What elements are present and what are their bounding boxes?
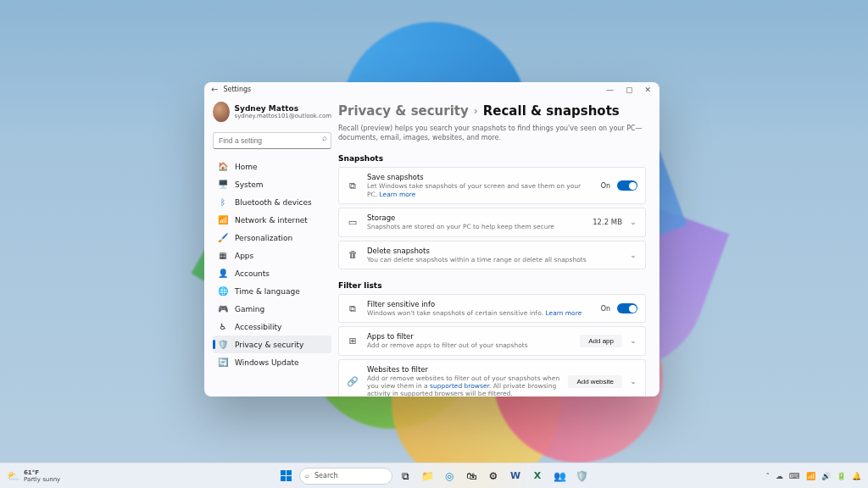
add-app-button[interactable]: Add app — [580, 335, 622, 347]
sidebar-item-home[interactable]: 🏠Home — [213, 158, 331, 175]
toggle-label: On — [601, 182, 610, 190]
section-heading-snapshots: Snapshots — [338, 154, 646, 163]
sidebar-item-privacy-security[interactable]: 🛡️Privacy & security — [213, 336, 331, 353]
add-website-button[interactable]: Add website — [568, 375, 622, 388]
card-subtitle: You can delete snapshots within a time r… — [367, 256, 620, 263]
security-icon[interactable]: 🛡️ — [572, 467, 591, 485]
onedrive-icon[interactable]: ☁ — [776, 472, 783, 480]
personalization-icon: 🖌️ — [218, 233, 228, 242]
app-title: Settings — [223, 86, 251, 93]
tray-chevron-icon[interactable]: ˄ — [766, 472, 771, 480]
sidebar-item-gaming[interactable]: 🎮Gaming — [213, 300, 331, 318]
avatar — [213, 102, 230, 122]
chevron-right-icon: › — [474, 105, 478, 117]
card-save-snapshots[interactable]: ⧉ Save snapshots Let Windows take snapsh… — [338, 167, 646, 204]
excel-icon[interactable]: X — [528, 467, 547, 485]
volume-icon[interactable]: 🔊 — [821, 472, 831, 480]
minimize-button[interactable]: — — [606, 86, 614, 94]
card-delete-snapshots[interactable]: 🗑 Delete snapshots You can delete snapsh… — [338, 241, 646, 269]
privacy-security-icon: 🛡️ — [218, 340, 228, 349]
word-icon[interactable]: W — [506, 467, 525, 485]
search-input[interactable] — [213, 132, 331, 149]
card-title: Apps to filter — [367, 332, 571, 341]
search-icon: ⌕ — [305, 472, 309, 480]
taskbar-search[interactable]: ⌕ Search — [299, 468, 392, 485]
gaming-icon: 🎮 — [218, 304, 228, 313]
card-title: Delete snapshots — [367, 247, 620, 255]
sidebar-item-apps[interactable]: ▦Apps — [213, 247, 331, 264]
user-email: sydney.mattos101@outlook.com — [235, 113, 331, 119]
filter-sensitive-toggle[interactable] — [617, 303, 637, 313]
apps-icon: ⊞ — [347, 336, 359, 347]
accessibility-icon: ♿ — [218, 322, 228, 331]
content-area: Privacy & security › Recall & snapshots … — [338, 97, 659, 396]
wifi-icon[interactable]: 📶 — [806, 472, 815, 480]
link-icon: 🔗 — [347, 376, 359, 387]
storage-value: 12.2 MB — [593, 218, 622, 226]
learn-more-link[interactable]: Learn more — [380, 191, 416, 198]
language-icon[interactable]: ⌨ — [789, 472, 800, 480]
card-title: Save snapshots — [367, 173, 593, 181]
sidebar-item-label: Accessibility — [235, 323, 281, 331]
card-subtitle: Let Windows take snapshots of your scree… — [367, 182, 593, 198]
sidebar-item-accounts[interactable]: 👤Accounts — [213, 264, 331, 282]
system-tray[interactable]: ˄ ☁ ⌨ 📶 🔊 🔋 🔔 — [766, 472, 862, 480]
sidebar-item-label: Privacy & security — [235, 341, 303, 349]
save-snapshots-toggle[interactable] — [617, 180, 637, 191]
sidebar-item-label: Accounts — [235, 269, 270, 278]
card-filter-sensitive[interactable]: ⧉ Filter sensitive info Windows won't ta… — [338, 294, 646, 323]
card-subtitle: Add or remove apps to filter out of your… — [367, 341, 571, 349]
sidebar-item-windows-update[interactable]: 🔄Windows Update — [213, 353, 331, 371]
sidebar-item-label: Apps — [235, 252, 253, 260]
card-title: Storage — [367, 214, 584, 222]
weather-temp: 61°F — [24, 469, 60, 476]
sidebar-item-label: Bluetooth & devices — [235, 198, 312, 207]
sidebar-item-label: Gaming — [235, 305, 264, 313]
sidebar-item-accessibility[interactable]: ♿Accessibility — [213, 318, 331, 336]
notifications-icon[interactable]: 🔔 — [852, 472, 861, 480]
start-button[interactable] — [277, 467, 296, 485]
card-storage[interactable]: ▭ Storage Snapshots are stored on your P… — [338, 208, 646, 236]
taskbar: ⛅ 61°F Partly sunny ⌕ Search ⧉ 📁 ◎ 🛍 ⚙ W… — [0, 463, 868, 488]
close-button[interactable]: ✕ — [644, 86, 651, 94]
teams-icon[interactable]: 👥 — [550, 467, 569, 485]
system-icon: 🖥️ — [218, 180, 228, 189]
user-name: Sydney Mattos — [235, 104, 331, 113]
chevron-down-icon: ⌄ — [629, 377, 637, 385]
card-apps-to-filter[interactable]: ⊞ Apps to filter Add or remove apps to f… — [338, 326, 646, 355]
learn-more-link[interactable]: Learn more — [545, 309, 581, 317]
edge-icon[interactable]: ◎ — [440, 467, 459, 485]
sidebar-item-system[interactable]: 🖥️System — [213, 175, 331, 193]
apps-icon: ▦ — [218, 251, 228, 260]
accounts-icon: 👤 — [218, 269, 228, 278]
sidebar-item-label: Home — [235, 163, 258, 171]
sidebar-item-label: Windows Update — [235, 358, 299, 367]
card-websites-to-filter[interactable]: 🔗 Websites to filter Add or remove websi… — [338, 359, 646, 396]
settings-icon[interactable]: ⚙ — [484, 467, 503, 485]
sidebar-item-label: Time & language — [235, 287, 300, 296]
breadcrumb-parent[interactable]: Privacy & security — [338, 103, 469, 119]
explorer-icon[interactable]: 📁 — [418, 467, 437, 485]
sidebar-item-personalization[interactable]: 🖌️Personalization — [213, 229, 331, 247]
sidebar-item-network[interactable]: 📶Network & internet — [213, 211, 331, 229]
trash-icon: 🗑 — [347, 249, 359, 260]
taskbar-center: ⌕ Search ⧉ 📁 ◎ 🛍 ⚙ W X 👥 🛡️ — [277, 467, 591, 485]
task-view-button[interactable]: ⧉ — [396, 467, 415, 485]
weather-widget[interactable]: ⛅ 61°F Partly sunny — [7, 469, 60, 483]
account-header[interactable]: Sydney Mattos sydney.mattos101@outlook.c… — [213, 102, 331, 122]
titlebar: ← Settings — ▢ ✕ — [204, 82, 659, 97]
time-language-icon: 🌐 — [218, 286, 228, 296]
store-icon[interactable]: 🛍 — [462, 467, 481, 485]
sidebar-item-bluetooth[interactable]: ᛒBluetooth & devices — [213, 193, 331, 211]
search-box[interactable]: ⌕ — [213, 130, 331, 149]
card-subtitle: Add or remove websites to filter out of … — [367, 374, 559, 396]
chevron-down-icon: ⌄ — [629, 336, 637, 345]
home-icon: 🏠 — [218, 162, 228, 171]
maximize-button[interactable]: ▢ — [626, 86, 633, 94]
sidebar-item-label: System — [235, 180, 264, 189]
chevron-down-icon: ⌄ — [629, 251, 637, 259]
back-button[interactable]: ← — [211, 85, 218, 94]
sidebar-item-time-language[interactable]: 🌐Time & language — [213, 282, 331, 300]
battery-icon[interactable]: 🔋 — [837, 472, 846, 480]
supported-browser-link[interactable]: supported browser — [430, 382, 489, 390]
